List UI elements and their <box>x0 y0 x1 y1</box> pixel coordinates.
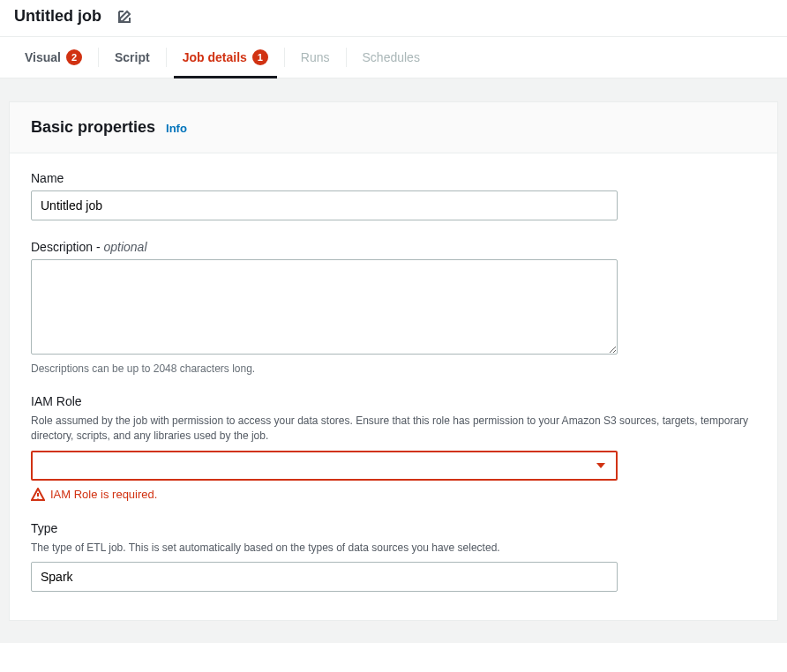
iam-role-description: Role assumed by the job with permission … <box>31 414 756 444</box>
tab-label: Visual <box>25 50 61 64</box>
description-textarea[interactable] <box>31 259 618 355</box>
type-description: The type of ETL job. This is set automat… <box>31 541 756 556</box>
page-title: Untitled job <box>14 7 101 26</box>
tab-job-details[interactable]: Job details 1 <box>167 37 284 78</box>
tab-label: Schedules <box>363 50 420 64</box>
field-description: Description - optional Descriptions can … <box>31 240 756 375</box>
tab-label: Script <box>115 50 150 64</box>
tab-schedules: Schedules <box>347 37 436 78</box>
description-hint: Descriptions can be up to 2048 character… <box>31 362 756 375</box>
tab-label: Job details <box>183 50 247 64</box>
warning-icon <box>31 488 45 502</box>
description-label: Description - optional <box>31 240 756 254</box>
tabs-bar: Visual 2 Script Job details 1 Runs Sched… <box>0 37 787 78</box>
basic-properties-panel: Basic properties Info Name Description -… <box>9 101 778 621</box>
type-label: Type <box>31 521 756 535</box>
page-header: Untitled job <box>0 0 787 37</box>
field-name: Name <box>31 171 756 220</box>
type-input <box>31 562 618 592</box>
field-iam-role: IAM Role Role assumed by the job with pe… <box>31 394 756 502</box>
panel-title: Basic properties <box>31 118 155 137</box>
iam-role-select-wrap <box>31 451 618 481</box>
name-label: Name <box>31 171 756 185</box>
tab-visual[interactable]: Visual 2 <box>9 37 98 78</box>
tab-script[interactable]: Script <box>99 37 166 78</box>
badge: 1 <box>252 49 268 65</box>
panel-header: Basic properties Info <box>10 102 777 153</box>
edit-icon[interactable] <box>117 10 131 24</box>
optional-text: optional <box>103 240 146 254</box>
badge: 2 <box>66 49 82 65</box>
description-label-text: Description - <box>31 240 103 254</box>
tab-runs: Runs <box>285 37 346 78</box>
info-link[interactable]: Info <box>166 122 187 135</box>
content-area: Basic properties Info Name Description -… <box>0 78 787 643</box>
panel-body: Name Description - optional Descriptions… <box>10 153 777 620</box>
iam-role-label: IAM Role <box>31 394 756 408</box>
iam-role-error: IAM Role is required. <box>31 488 756 502</box>
tab-label: Runs <box>301 50 330 64</box>
error-text: IAM Role is required. <box>50 488 157 501</box>
field-type: Type The type of ETL job. This is set au… <box>31 521 756 593</box>
name-input[interactable] <box>31 190 618 220</box>
iam-role-select[interactable] <box>31 451 618 481</box>
